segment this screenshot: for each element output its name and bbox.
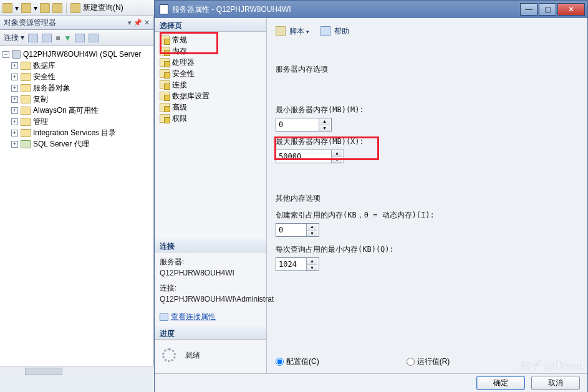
configured-value-radio[interactable]: 配置值(C) — [276, 356, 319, 367]
minimize-button[interactable]: — — [520, 3, 537, 16]
radio-input[interactable] — [407, 358, 415, 366]
max-memory-input[interactable] — [276, 150, 331, 163]
cancel-button[interactable]: 取消 — [531, 376, 580, 390]
spin-up-icon[interactable]: ▲ — [319, 118, 330, 125]
toolbar-icon[interactable] — [42, 34, 52, 42]
page-security[interactable]: 安全性 — [157, 68, 264, 79]
help-button[interactable]: 帮助 — [334, 26, 349, 37]
tree-node[interactable]: 安全性 — [33, 72, 55, 82]
radio-input[interactable] — [276, 358, 284, 366]
min-memory-input[interactable] — [276, 118, 319, 131]
server-node[interactable]: Q12PHJRW8OUH4WI (SQL Server — [23, 50, 141, 59]
index-memory-spinner[interactable]: ▲▼ — [276, 223, 319, 237]
horizontal-scrollbar[interactable] — [0, 366, 154, 376]
spin-down-icon[interactable]: ▼ — [307, 231, 317, 237]
expand-icon[interactable]: + — [11, 118, 18, 125]
page-permissions[interactable]: 权限 — [157, 113, 264, 124]
min-memory-label: 最小服务器内存(MB)(M): — [276, 105, 579, 115]
spin-up-icon[interactable]: ▲ — [332, 150, 342, 157]
expand-icon[interactable]: + — [11, 130, 18, 136]
page-icon — [160, 58, 170, 67]
spin-up-icon[interactable]: ▲ — [307, 258, 317, 265]
expand-icon[interactable]: + — [11, 107, 18, 114]
tree-node[interactable]: AlwaysOn 高可用性 — [33, 105, 99, 116]
new-query-icon[interactable] — [70, 3, 80, 13]
server-properties-dialog: 服务器属性 - Q12PHJRW8OUH4WI — ▢ ✕ 选择页 常规 内存 … — [154, 0, 588, 392]
page-icon — [160, 36, 170, 44]
tree-node[interactable]: SQL Server 代理 — [33, 139, 89, 150]
running-value-radio[interactable]: 运行值(R) — [407, 356, 450, 367]
toolbar-icon[interactable] — [89, 34, 99, 42]
expand-icon[interactable]: + — [11, 96, 18, 103]
object-explorer-tree[interactable]: −Q12PHJRW8OUH4WI (SQL Server +数据库 +安全性 +… — [0, 46, 153, 152]
page-advanced[interactable]: 高级 — [157, 102, 264, 113]
page-label: 高级 — [172, 102, 187, 113]
progress-status: 就绪 — [185, 351, 200, 360]
collapse-icon[interactable]: − — [2, 51, 9, 58]
page-general[interactable]: 常规 — [157, 34, 264, 45]
view-connection-properties-link[interactable]: 查看连接属性 — [171, 312, 216, 321]
dialog-right-panel: 脚本 帮助 服务器内存选项 最小服务器内存(MB)(M): ▲▼ 最大服务器内存… — [267, 18, 587, 373]
tree-node[interactable]: 复制 — [33, 94, 48, 105]
index-memory-input[interactable] — [276, 224, 306, 236]
tree-node[interactable]: Integration Services 目录 — [33, 128, 116, 138]
page-db-settings[interactable]: 数据库设置 — [157, 90, 264, 102]
script-dropdown[interactable]: 脚本 — [289, 26, 309, 37]
page-processor[interactable]: 处理器 — [157, 57, 264, 68]
toolbar-icon[interactable] — [52, 3, 62, 13]
page-label: 处理器 — [172, 57, 195, 68]
spin-down-icon[interactable]: ▼ — [307, 265, 317, 271]
tree-node[interactable]: 数据库 — [33, 60, 55, 71]
connect-dropdown[interactable]: 连接 ▾ — [4, 32, 24, 43]
progress-header: 进度 — [155, 326, 266, 340]
ok-button[interactable]: 确定 — [476, 376, 525, 390]
panel-controls[interactable]: ▾ 📌 ✕ — [128, 19, 150, 27]
max-memory-spinner[interactable]: ▲▼ — [276, 150, 344, 163]
expand-icon[interactable]: + — [11, 141, 18, 148]
spin-up-icon[interactable]: ▲ — [307, 224, 317, 231]
page-icon — [160, 103, 170, 112]
tree-node[interactable]: 管理 — [33, 117, 48, 127]
radio-label: 配置值(C) — [286, 356, 319, 367]
toolbar-icon[interactable] — [2, 3, 12, 13]
page-icon — [160, 92, 170, 100]
dialog-icon — [160, 4, 168, 14]
select-page-header: 选择页 — [155, 18, 266, 32]
expand-icon[interactable]: + — [11, 74, 18, 80]
conn-server-label: 服务器: — [160, 256, 261, 267]
toolbar-icon[interactable] — [40, 3, 50, 13]
expand-icon[interactable]: + — [11, 62, 18, 69]
toolbar-icon[interactable] — [75, 34, 85, 42]
query-memory-input[interactable] — [276, 258, 306, 270]
scrollbar-thumb[interactable] — [25, 368, 62, 375]
page-memory[interactable]: 内存 — [157, 45, 264, 57]
folder-icon — [21, 140, 31, 148]
toolbar-icon[interactable] — [28, 34, 38, 42]
query-memory-spinner[interactable]: ▲▼ — [276, 257, 319, 271]
folder-icon — [21, 84, 31, 92]
page-connection[interactable]: 连接 — [157, 79, 264, 90]
toolbar-icon[interactable] — [21, 3, 31, 13]
connection-info: 服务器: Q12PHJRW8OUH4WI 连接: Q12PHJRW8OUH4WI… — [155, 252, 266, 326]
expand-icon[interactable]: + — [11, 85, 18, 92]
folder-icon — [21, 95, 31, 103]
object-explorer-toolbar: 连接 ▾ ■ ▼ — [0, 30, 153, 46]
maximize-button[interactable]: ▢ — [539, 3, 556, 16]
page-icon — [160, 80, 170, 89]
page-label: 常规 — [172, 35, 187, 45]
min-memory-spinner[interactable]: ▲▼ — [276, 118, 332, 131]
conn-value: Q12PHJRW8OUH4WI\Administrat — [160, 294, 261, 305]
folder-icon — [21, 107, 31, 115]
close-button[interactable]: ✕ — [557, 3, 585, 16]
dialog-footer: 确定 取消 — [155, 373, 587, 392]
progress-spinner-icon — [162, 348, 176, 362]
help-icon — [321, 26, 330, 36]
page-list: 常规 内存 处理器 安全性 连接 数据库设置 高级 权限 — [155, 32, 266, 138]
dialog-title-bar[interactable]: 服务器属性 - Q12PHJRW8OUH4WI — ▢ ✕ — [155, 1, 587, 18]
new-query-button[interactable]: 新建查询(N) — [83, 2, 123, 13]
spin-down-icon[interactable]: ▼ — [319, 125, 330, 131]
connection-header: 连接 — [155, 239, 266, 252]
tree-node[interactable]: 服务器对象 — [33, 83, 70, 93]
page-icon — [160, 114, 170, 123]
spin-down-icon[interactable]: ▼ — [332, 157, 342, 163]
